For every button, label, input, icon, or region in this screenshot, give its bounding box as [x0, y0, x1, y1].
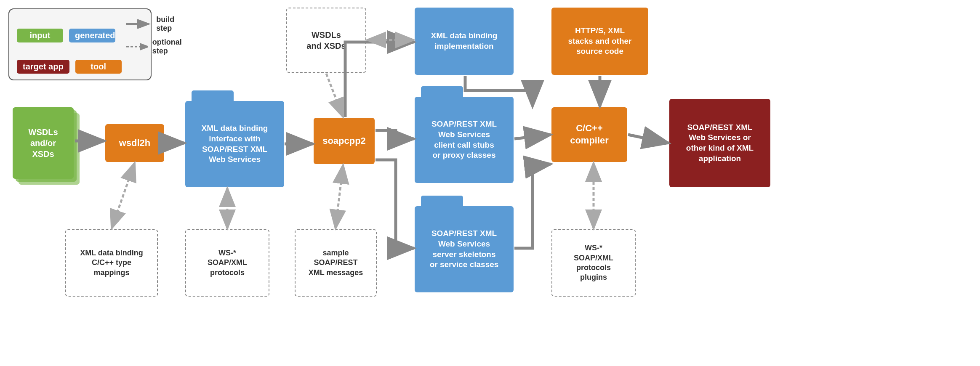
ws-soap-protocols2-box: WS-*SOAP/XMLprotocolsplugins	[551, 229, 636, 297]
wsdls-xsds-stacked-container: WSDLsand/orXSDs	[13, 107, 74, 185]
xml-binding-impl-box: XML data bindingimplementation	[415, 8, 514, 75]
optional-step-label: optional step	[152, 38, 189, 56]
legend-generated: generated	[69, 29, 115, 42]
soapcpp2-box: soapcpp2	[314, 118, 375, 164]
svg-line-12	[336, 165, 343, 228]
wsdls-xsds-label: WSDLsand/orXSDs	[13, 107, 74, 179]
soap-rest-client-box: SOAP/REST XMLWeb Servicesclient call stu…	[415, 97, 514, 183]
legend-tool: tool	[75, 60, 122, 74]
legend: input generated build step	[8, 8, 152, 80]
soap-rest-output-box: SOAP/REST XMLWeb Services orother kind o…	[669, 99, 770, 187]
wsdl2h-box: wsdl2h	[105, 124, 164, 162]
soap-rest-client-tab	[421, 86, 463, 98]
build-step-label: build step	[156, 15, 189, 33]
legend-arrows: build step optional step	[125, 15, 189, 56]
sample-soap-rest-box: sampleSOAP/RESTXML messages	[295, 229, 377, 297]
build-step-arrow-icon	[125, 19, 152, 29]
soap-rest-server-box: SOAP/REST XMLWeb Servicesserver skeleton…	[415, 206, 514, 292]
soap-rest-server-tab	[421, 196, 463, 207]
wsdls-xsds-dashed-box: WSDLsand XSDs	[286, 8, 366, 73]
xml-binding-interface-box: XML data bindinginterface withSOAP/REST …	[185, 101, 284, 187]
cpp-compiler-box: C/C++compiler	[551, 107, 627, 162]
legend-input: input	[17, 29, 63, 42]
ws-soap-protocols1-box: WS-*SOAP/XMLprotocols	[185, 229, 269, 297]
svg-line-10	[112, 163, 135, 228]
svg-line-7	[628, 135, 668, 143]
diagram: input generated build step	[0, 0, 980, 366]
legend-target: target app	[17, 60, 69, 74]
svg-line-9	[326, 74, 343, 117]
http-stacks-box: HTTP/S, XMLstacks and othersource code	[551, 8, 648, 75]
svg-line-5	[514, 135, 551, 139]
xml-binding-interface-tab	[192, 90, 234, 102]
xml-binding-mappings-box: XML data bindingC/C++ typemappings	[65, 229, 158, 297]
optional-step-arrow-icon	[125, 42, 148, 51]
